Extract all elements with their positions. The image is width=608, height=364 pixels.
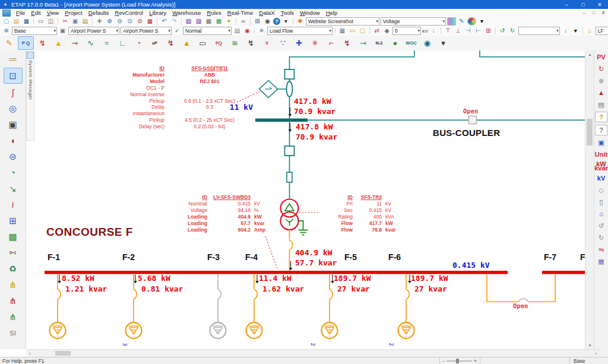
- fuse-isolator[interactable]: [287, 172, 292, 182]
- comment-icon[interactable]: ▢: [358, 27, 367, 35]
- battery-discharge-icon[interactable]: ▭: [195, 37, 210, 49]
- cable-3d-icon[interactable]: ⊜: [4, 149, 22, 164]
- frame-options-icon[interactable]: ▭: [348, 27, 357, 35]
- menu-project[interactable]: Project: [62, 10, 86, 16]
- si-units-icon[interactable]: SI: [4, 325, 22, 340]
- motor-acceleration-mode-icon[interactable]: ⊸: [67, 37, 82, 49]
- undo-icon[interactable]: ↶: [160, 17, 169, 26]
- datablock2-icon[interactable]: ▨: [194, 17, 203, 26]
- zoom-window-icon[interactable]: ⊙: [125, 17, 134, 26]
- scroll-up-icon[interactable]: ▴: [585, 50, 594, 58]
- menu-tools[interactable]: Tools: [278, 10, 297, 16]
- save-icon[interactable]: ▦: [22, 17, 31, 26]
- menu-window[interactable]: Window: [297, 10, 323, 16]
- transformer-symbol[interactable]: [281, 200, 299, 230]
- menu-view[interactable]: View: [44, 10, 62, 16]
- zoom-fit-icon[interactable]: ▦: [145, 17, 154, 26]
- mdi-restore-button[interactable]: □: [589, 10, 598, 15]
- utility-tie-right[interactable]: [480, 50, 585, 57]
- presentation-combo[interactable]: Airport Power S▾: [68, 27, 119, 35]
- scenario-combo[interactable]: ▾: [518, 27, 560, 35]
- theme-colors-icon[interactable]: ▩: [214, 17, 223, 26]
- reliability-icon[interactable]: ∵: [276, 37, 290, 49]
- star-z-icon[interactable]: ✳: [308, 37, 322, 49]
- zoom-track[interactable]: [446, 360, 472, 362]
- switching-cut-icon[interactable]: ⌐: [324, 37, 338, 49]
- oneline-diagram-icon[interactable]: ⊡: [4, 68, 23, 84]
- swap-icon[interactable]: ⇄: [372, 27, 381, 35]
- align-left-icon[interactable]: ⊣: [464, 27, 473, 35]
- menu-realtime[interactable]: Real-Time: [224, 10, 256, 16]
- copy-icon[interactable]: ▣: [71, 17, 80, 26]
- more-modes-icon[interactable]: ▾: [436, 37, 451, 49]
- bus-coupler-open-switch[interactable]: [469, 116, 477, 124]
- zoom-out-icon[interactable]: ⊖: [115, 17, 124, 26]
- presentation2-combo[interactable]: Airport Power S▾: [121, 27, 172, 35]
- menu-help[interactable]: Help: [323, 10, 341, 16]
- gis-map-icon[interactable]: ▩: [4, 229, 22, 244]
- report-manager-icon[interactable]: ▤: [596, 100, 607, 109]
- feeder-branch-f3[interactable]: [210, 274, 226, 339]
- element-diamond-icon[interactable]: ◇: [596, 185, 607, 195]
- vertical-scroll-thumb[interactable]: [587, 119, 593, 145]
- zoom-dynamic-icon[interactable]: ⊘: [135, 17, 144, 26]
- page-query-icon[interactable]: ?: [595, 125, 607, 135]
- relay-symbol[interactable]: [259, 81, 287, 98]
- datablock-grid-icon[interactable]: ▦: [596, 257, 607, 266]
- dc-load-flow-icon[interactable]: PQ: [211, 37, 226, 49]
- align-right-icon[interactable]: ⊢: [474, 27, 483, 35]
- current-transformer[interactable]: [287, 81, 293, 97]
- eraser-icon[interactable]: ◆: [382, 27, 391, 35]
- lock-icon[interactable]: ✦: [224, 17, 233, 26]
- load-building-icon[interactable]: ⌂: [596, 209, 607, 219]
- grid-display-icon[interactable]: ▦: [204, 17, 213, 26]
- folder-query-icon[interactable]: ?: [595, 112, 607, 122]
- transient-stability-icon[interactable]: ↯: [163, 37, 178, 49]
- star-tcc-mode-icon[interactable]: ∟: [115, 37, 130, 49]
- menu-defaults[interactable]: Defaults: [86, 10, 112, 16]
- cut-icon[interactable]: ✂: [61, 17, 69, 26]
- display-options-icon[interactable]: ▣: [596, 138, 607, 147]
- scroll-down-icon[interactable]: ▾: [585, 341, 594, 349]
- topology-green-icon[interactable]: ⋔: [4, 309, 22, 324]
- menu-edit[interactable]: Edit: [28, 10, 43, 16]
- globe-mode-icon[interactable]: ◉: [420, 37, 435, 49]
- align-top-icon[interactable]: ⊤: [444, 27, 452, 35]
- run-down-icon[interactable]: ↓: [561, 27, 570, 35]
- element-capacitor-icon[interactable]: ▯: [596, 197, 607, 207]
- config-combo[interactable]: Normal▾: [183, 27, 232, 35]
- rotate-cw-icon[interactable]: ↻: [508, 27, 517, 35]
- woc-icon[interactable]: WOC: [404, 37, 419, 49]
- scroll-left-icon[interactable]: ‹: [26, 350, 34, 357]
- transformer-secondary-feeder[interactable]: [290, 230, 293, 271]
- config-status-icon[interactable]: ✓: [173, 27, 182, 35]
- frequency-scan-mode-icon[interactable]: ≈: [99, 37, 114, 49]
- document-icon[interactable]: [2, 10, 11, 17]
- generator-start-icon[interactable]: ▲: [179, 37, 194, 49]
- wizard-briefcase-icon[interactable]: ⌂: [585, 27, 594, 35]
- mdi-close-button[interactable]: ✕: [598, 10, 608, 15]
- open-tie-loop[interactable]: [487, 274, 555, 302]
- datablock-icon[interactable]: ▧: [184, 17, 193, 26]
- arc-lightning-icon[interactable]: ↯: [340, 37, 354, 49]
- feeder-branch-f5[interactable]: [322, 274, 338, 339]
- study-mode-icon[interactable]: ✳: [257, 27, 266, 35]
- calculator-icon[interactable]: ⊞: [253, 17, 262, 26]
- impedance-diagram-icon[interactable]: ◎: [4, 101, 22, 116]
- view-options-icon[interactable]: ◉: [243, 27, 252, 35]
- grid-options-icon[interactable]: ▦: [338, 27, 347, 35]
- feeder-branch-f4[interactable]: [246, 274, 262, 339]
- menu-revcontrol[interactable]: RevControl: [112, 10, 147, 16]
- display-options-combo[interactable]: Voltage▾: [381, 17, 446, 26]
- print-preview-icon[interactable]: ◫: [46, 17, 55, 26]
- value-combo[interactable]: 0▾: [392, 27, 421, 35]
- more-colors-icon[interactable]: ▾: [477, 17, 486, 26]
- zoom-slider[interactable]: - +: [440, 357, 480, 364]
- pan-icon[interactable]: ✚: [95, 17, 104, 26]
- paste-icon[interactable]: ▤: [81, 17, 90, 26]
- topology-red-icon[interactable]: ⋔: [4, 293, 22, 308]
- hv-breaker[interactable]: [285, 69, 294, 79]
- redo-icon[interactable]: ↷: [170, 17, 179, 26]
- menu-rules[interactable]: Rules: [204, 10, 224, 16]
- menu-warehouse[interactable]: Warehouse: [169, 10, 204, 16]
